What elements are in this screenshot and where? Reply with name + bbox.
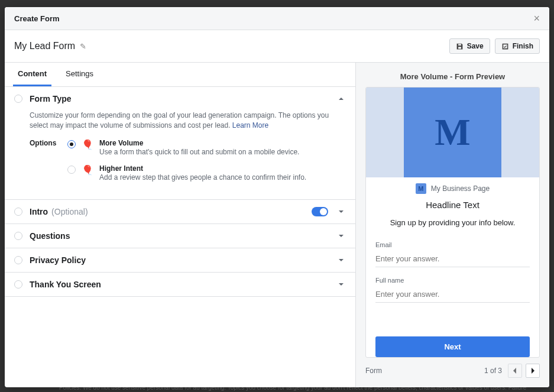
section-head-thankyou[interactable]: Thank You Screen (5, 273, 355, 296)
save-label: Save (467, 42, 484, 50)
preview-title: More Volume - Form Preview (365, 72, 540, 81)
finish-label: Finish (513, 42, 533, 50)
tab-content[interactable]: Content (13, 63, 51, 86)
section-indicator (14, 256, 22, 264)
field-fullname: Full name (366, 272, 539, 307)
preview-card: M M My Business Page Headline Text Sign … (365, 87, 540, 358)
section-title: Thank You Screen (30, 280, 101, 289)
pager-label: Form (365, 367, 382, 375)
radio-icon[interactable] (67, 166, 76, 174)
balloons-icon: 🎈 (82, 139, 93, 151)
create-form-modal: Create Form × My Lead Form ✎ Save Finish… (5, 7, 549, 387)
intro-toggle[interactable] (312, 207, 328, 216)
section-head-intro[interactable]: Intro (Optional) (5, 200, 355, 223)
chevron-down-icon (336, 231, 346, 241)
preview-headline: Headline Text (366, 200, 539, 216)
save-button[interactable]: Save (449, 38, 490, 54)
tab-settings[interactable]: Settings (61, 63, 98, 86)
preview-subhead: Sign up by providing your info below. (366, 216, 539, 237)
section-head-questions[interactable]: Questions (5, 224, 355, 248)
email-input[interactable] (375, 251, 530, 267)
business-badge: M (416, 183, 426, 194)
option-more-volume[interactable]: 🎈 More Volume Use a form that's quick to… (67, 139, 346, 156)
caret-right-icon (530, 368, 535, 374)
section-head-privacy[interactable]: Privacy Policy (5, 248, 355, 272)
option-higher-intent[interactable]: 🎈 Higher Intent Add a review step that g… (67, 164, 346, 182)
optional-label: (Optional) (51, 207, 88, 216)
chevron-down-icon (336, 207, 346, 216)
fullname-input[interactable] (375, 286, 530, 303)
section-indicator (14, 208, 22, 216)
section-indicator (14, 95, 22, 103)
next-button[interactable]: Next (375, 336, 530, 357)
option-title: More Volume (99, 139, 346, 147)
section-privacy: Privacy Policy (5, 248, 355, 273)
pager: Form 1 of 3 (365, 358, 540, 378)
section-intro: Intro (Optional) (5, 200, 355, 224)
section-questions: Questions (5, 224, 355, 248)
close-icon[interactable]: × (533, 13, 540, 24)
left-panel: Content Settings Form Type Customize you… (5, 63, 356, 387)
chevron-down-icon (336, 255, 346, 265)
chevron-up-icon (336, 94, 346, 103)
business-row: M My Business Page (366, 177, 539, 200)
section-title: Form Type (30, 94, 72, 103)
section-title: Privacy Policy (30, 255, 86, 265)
pager-next-button[interactable] (526, 364, 540, 378)
balloons-icon: 🎈 (82, 164, 93, 176)
finish-icon (501, 43, 509, 50)
modal-header: Create Form × (5, 7, 549, 30)
section-indicator (14, 280, 22, 289)
section-title: Questions (30, 231, 70, 241)
radio-icon[interactable] (67, 140, 76, 148)
section-title: Intro (30, 207, 48, 216)
section-indicator (14, 232, 22, 240)
business-name: My Business Page (431, 184, 490, 193)
preview-hero-image: M (366, 88, 539, 177)
pencil-icon[interactable]: ✎ (80, 42, 86, 51)
modal-title: Create Form (14, 14, 60, 23)
save-icon (456, 43, 464, 50)
finish-button[interactable]: Finish (495, 38, 540, 54)
field-email: Email (366, 237, 539, 272)
form-type-description: Customize your form depending on the goa… (30, 111, 346, 131)
section-head-form-type[interactable]: Form Type (5, 87, 355, 111)
option-desc: Use a form that's quick to fill out and … (99, 148, 346, 156)
section-thankyou: Thank You Screen (5, 273, 355, 297)
preview-panel: More Volume - Form Preview M M My Busine… (356, 63, 549, 387)
chevron-down-icon (336, 280, 346, 289)
options-label: Options (30, 139, 67, 147)
field-label: Full name (375, 277, 530, 284)
hero-letter: M (435, 111, 470, 154)
option-desc: Add a review step that gives people a ch… (99, 173, 346, 182)
section-form-type: Form Type Customize your form depending … (5, 87, 355, 200)
field-label: Email (375, 241, 530, 248)
title-bar: My Lead Form ✎ Save Finish (5, 30, 549, 63)
learn-more-link[interactable]: Learn More (232, 121, 268, 129)
option-title: Higher Intent (99, 164, 346, 173)
caret-left-icon (513, 368, 517, 374)
pager-count: 1 of 3 (484, 367, 502, 375)
form-name: My Lead Form (14, 41, 75, 51)
pager-prev-button[interactable] (508, 364, 522, 378)
tabs: Content Settings (5, 63, 355, 87)
